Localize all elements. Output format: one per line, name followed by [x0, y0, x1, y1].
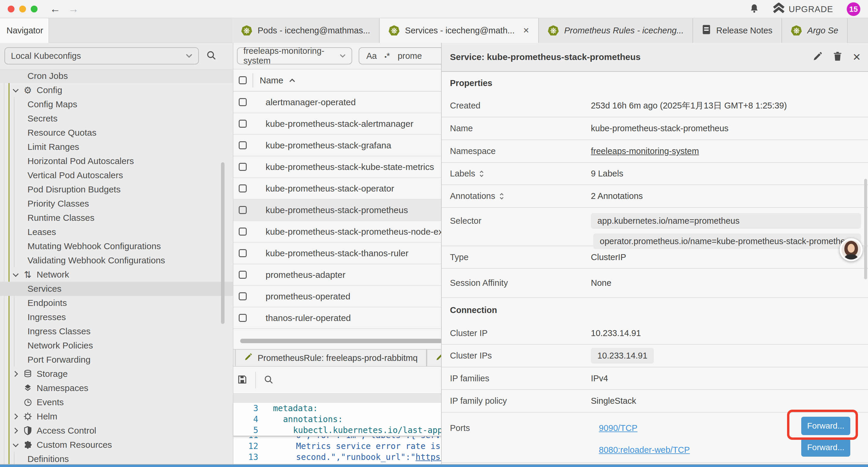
row-checkbox[interactable]	[239, 228, 247, 236]
sidebar-item-resource-quotas[interactable]: Resource Quotas	[0, 126, 233, 140]
sidebar-item-leases[interactable]: Leases	[0, 225, 233, 239]
trash-icon[interactable]	[833, 52, 842, 63]
sidebar-item-endpoints[interactable]: Endpoints	[0, 296, 233, 310]
namespace-row: Namespace freeleaps-monitoring-system	[442, 140, 868, 163]
sidebar-item-priority-classes[interactable]: Priority Classes	[0, 197, 233, 211]
upgrade-button[interactable]: UPGRADE	[773, 3, 833, 16]
chevron-down-icon	[13, 87, 19, 92]
close-panel-icon[interactable]: ✕	[852, 51, 861, 63]
minimize-window-button[interactable]	[19, 6, 26, 12]
namespace-select[interactable]: freeleaps-monitoring-system	[237, 47, 352, 64]
sidebar-item-validating-webhook-configurations[interactable]: Validating Webhook Configurations	[0, 253, 233, 267]
edit-pencil-icon	[244, 353, 252, 363]
kubernetes-icon	[389, 25, 400, 36]
cluster-ip-row: Cluster IP 10.233.14.91	[442, 322, 868, 345]
sidebar-item-services[interactable]: Services	[0, 282, 233, 296]
row-checkbox[interactable]	[239, 314, 247, 322]
sidebar-item-runtime-classes[interactable]: Runtime Classes	[0, 211, 233, 225]
chevron-down-icon	[13, 271, 19, 277]
sidebar-item-config[interactable]: ⚙Config	[0, 83, 233, 97]
sidebar-item-limit-ranges[interactable]: Limit Ranges	[0, 140, 233, 154]
panel-scrollbar[interactable]	[864, 179, 867, 279]
tab-services[interactable]: Services - icecheng@math... ✕	[380, 18, 539, 43]
sidebar-item-network[interactable]: ⇅Network	[0, 267, 233, 282]
yaml-string: second.","runbook_url":"https://net	[267, 452, 470, 462]
row-checkbox[interactable]	[239, 120, 247, 128]
row-checkbox[interactable]	[239, 206, 247, 214]
annotations-row: Annotations 2 Annotations	[442, 185, 868, 208]
sidebar-item-secrets[interactable]: Secrets	[0, 111, 233, 126]
namespace-link[interactable]: freeleaps-monitoring-system	[591, 146, 699, 156]
sidebar-item-horizontal-pod-autoscalers[interactable]: Horizontal Pod Autoscalers	[0, 154, 233, 168]
sidebar-item-ingress-classes[interactable]: Ingress Classes	[0, 324, 233, 339]
clock-icon	[23, 398, 33, 407]
kubeconfig-select[interactable]: Local Kubeconfigs	[4, 47, 199, 64]
zoom-window-button[interactable]	[31, 6, 37, 12]
up-down-arrows-icon: ⇅	[23, 270, 33, 279]
row-checkbox[interactable]	[239, 163, 247, 171]
database-icon	[23, 370, 33, 378]
chevron-right-icon	[12, 413, 18, 419]
save-icon[interactable]	[237, 374, 248, 386]
match-case-toggle[interactable]: Aa	[366, 51, 377, 61]
sort-ascending-icon	[289, 78, 295, 82]
row-checkbox[interactable]	[239, 249, 247, 257]
tab-prometheus-rules[interactable]: Prometheus Rules - icecheng...	[539, 18, 693, 43]
row-checkbox[interactable]	[239, 292, 247, 300]
sidebar-item-port-forwarding[interactable]: Port Forwarding	[0, 353, 233, 367]
select-all-checkbox[interactable]	[239, 76, 247, 84]
sidebar-item-config-maps[interactable]: Config Maps	[0, 97, 233, 111]
sidebar-search-icon[interactable]	[206, 50, 217, 62]
expand-collapse-icon[interactable]	[479, 170, 484, 177]
regex-toggle[interactable]: ▪*	[384, 51, 390, 61]
close-tab-icon[interactable]: ✕	[523, 26, 529, 35]
selector-row: Selector app.kubernetes.io/name=promethe…	[442, 208, 868, 246]
window-titlebar: ← → UPGRADE 15	[0, 0, 868, 18]
row-checkbox[interactable]	[239, 184, 247, 193]
sidebar-item-ingresses[interactable]: Ingresses	[0, 310, 233, 324]
tab-label: Argo Se	[807, 26, 838, 35]
navigator-panel-tab[interactable]: Navigator	[0, 18, 49, 43]
tab-pods[interactable]: Pods - icecheng@mathmas...	[232, 18, 380, 43]
sidebar-item-network-policies[interactable]: Network Policies	[0, 339, 233, 353]
sidebar-item-storage[interactable]: Storage	[0, 367, 233, 381]
back-arrow-icon[interactable]: ←	[50, 4, 61, 14]
name-column-header[interactable]: Name	[260, 76, 295, 85]
sidebar-item-events[interactable]: Events	[0, 395, 233, 409]
sidebar-item-cron-jobs[interactable]: Cron Jobs	[0, 69, 233, 83]
chevron-down-icon	[340, 54, 346, 58]
sidebar-item-access-control[interactable]: Access Control	[0, 424, 233, 438]
forward-button[interactable]: Forward...	[801, 438, 850, 457]
forward-arrow-icon[interactable]: →	[68, 4, 79, 14]
detail-panel-body: Properties Created 253d 16h 6m ago (2025…	[442, 72, 868, 467]
search-value: prome	[398, 51, 422, 61]
annotation-highlight-box	[787, 410, 858, 440]
user-avatar[interactable]	[840, 238, 863, 261]
row-checkbox[interactable]	[239, 98, 247, 106]
sidebar-item-namespaces[interactable]: Namespaces	[0, 381, 233, 395]
labels-row: Labels 9 Labels	[442, 163, 868, 185]
port-link[interactable]: 9090/TCP	[599, 423, 638, 433]
cluster-ip-badge: 10.233.14.91	[591, 348, 654, 363]
sidebar-item-vertical-pod-autoscalers[interactable]: Vertical Pod Autoscalers	[0, 168, 233, 182]
editor-search-icon[interactable]	[264, 375, 274, 386]
ports-row: Ports 9090/TCP 8080:reloader-web/TCP For…	[442, 413, 868, 463]
notification-count-badge[interactable]: 15	[847, 2, 860, 16]
sidebar-item-mutating-webhook-configurations[interactable]: Mutating Webhook Configurations	[0, 239, 233, 253]
notifications-bell-icon[interactable]	[749, 3, 759, 15]
puzzle-icon	[23, 440, 33, 449]
dock-tab-prometheusrule[interactable]: PrometheusRule: freeleaps-prod-rabbitmq	[235, 350, 427, 366]
close-window-button[interactable]	[8, 6, 14, 12]
sidebar-scrollbar[interactable]	[221, 162, 224, 324]
edit-pencil-icon[interactable]	[812, 52, 823, 63]
kubernetes-icon	[791, 25, 802, 36]
tab-argo[interactable]: Argo Se	[782, 18, 848, 43]
sidebar-item-pod-disruption-budgets[interactable]: Pod Disruption Budgets	[0, 182, 233, 197]
row-checkbox[interactable]	[239, 271, 247, 279]
sidebar-item-custom-resources[interactable]: Custom Resources	[0, 438, 233, 452]
expand-collapse-icon[interactable]	[499, 193, 504, 200]
sidebar-item-helm[interactable]: Helm	[0, 409, 233, 424]
row-checkbox[interactable]	[239, 141, 247, 149]
port-link[interactable]: 8080:reloader-web/TCP	[599, 445, 690, 455]
tab-release-notes[interactable]: Release Notes	[693, 18, 782, 43]
